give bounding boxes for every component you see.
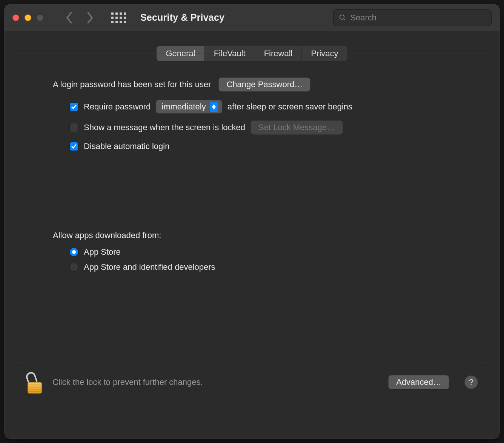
content-area: General FileVault Firewall Privacy A log… [4,31,500,439]
panel-divider [15,214,489,214]
forward-button[interactable] [86,12,94,23]
require-password-checkbox[interactable] [69,102,78,111]
show-lock-message-checkbox[interactable] [69,123,78,132]
change-password-button[interactable]: Change Password… [218,77,310,92]
require-password-delay-popup[interactable]: immediately [156,100,222,114]
lock-icon[interactable] [28,374,44,394]
zoom-window-button [37,14,43,21]
search-icon [339,14,346,22]
allow-apps-radio-group: App Store App Store and identified devel… [53,247,455,272]
show-all-button[interactable] [111,12,126,23]
allow-apps-radio-identified[interactable] [69,263,78,272]
footer: Click the lock to prevent further change… [15,363,489,405]
window-controls [12,14,43,21]
allow-apps-heading: Allow apps downloaded from: [53,231,455,240]
titlebar: Security & Privacy [4,4,500,31]
search-input[interactable] [350,13,486,23]
require-password-label-after: after sleep or screen saver begins [227,102,352,112]
general-panel: A login password has been set for this u… [15,54,489,363]
disable-auto-login-checkbox[interactable] [69,142,78,151]
preferences-window: Security & Privacy General FileVault Fir… [4,4,500,439]
advanced-button[interactable]: Advanced… [388,375,449,389]
minimize-window-button[interactable] [25,14,31,21]
require-password-label-before: Require password [84,102,151,112]
search-field-wrap[interactable] [333,9,492,26]
popup-stepper-icon [210,102,218,112]
set-lock-message-button: Set Lock Message… [250,120,343,135]
disable-auto-login-label: Disable automatic login [84,142,169,151]
show-lock-message-label: Show a message when the screen is locked [84,123,245,132]
svg-point-0 [340,15,344,19]
login-password-text: A login password has been set for this u… [53,80,211,89]
lock-text: Click the lock to prevent further change… [52,377,203,387]
help-button[interactable]: ? [464,375,478,389]
window-title: Security & Privacy [140,12,224,23]
allow-apps-option-1: App Store and identified developers [84,262,215,272]
back-button[interactable] [65,12,74,23]
close-window-button[interactable] [12,14,19,21]
nav-arrows [65,12,94,23]
require-password-delay-value: immediately [161,102,206,112]
allow-apps-radio-appstore[interactable] [69,248,78,257]
svg-line-1 [344,18,345,20]
allow-apps-option-0: App Store [84,247,121,257]
